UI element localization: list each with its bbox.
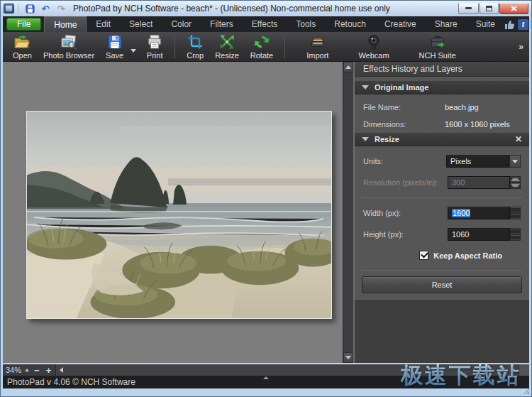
tab-home[interactable]: Home — [44, 16, 87, 32]
spin-down-button[interactable] — [510, 234, 521, 241]
tab-tools[interactable]: Tools — [287, 16, 325, 32]
scroll-down-button[interactable] — [343, 352, 353, 363]
zoom-out-button[interactable]: − — [33, 366, 41, 375]
photo-browser-button[interactable]: Photo Browser — [38, 33, 100, 61]
arrow-up-icon — [345, 65, 351, 69]
units-dropdown-button[interactable] — [509, 155, 521, 168]
resize-section-header[interactable]: Resize ✕ — [355, 132, 529, 146]
zoom-control: 34% − + — [3, 364, 56, 376]
quick-save-button[interactable] — [23, 3, 36, 15]
resize-grip[interactable] — [523, 388, 529, 394]
arrow-down-icon — [511, 236, 520, 239]
original-image-section-header[interactable]: Original Image — [355, 80, 529, 94]
minimize-button[interactable] — [458, 4, 479, 14]
units-field[interactable]: Pixels — [446, 155, 509, 168]
photo-beach[interactable] — [26, 111, 332, 319]
photopad-window: ↶ ↷ PhotoPad by NCH Software - beach* - … — [0, 0, 532, 397]
dimensions-value: 1600 x 1060 pixels — [445, 120, 510, 129]
spin-down-button[interactable] — [510, 213, 521, 219]
reset-button[interactable]: Reset — [362, 276, 522, 293]
beach-photo-rendering — [27, 112, 331, 318]
spin-up-button[interactable] — [510, 228, 521, 234]
open-button[interactable]: Open — [7, 33, 38, 61]
zoom-in-button[interactable]: + — [45, 366, 53, 375]
keep-aspect-checkbox[interactable] — [419, 251, 428, 260]
tab-label: Suite — [476, 19, 495, 29]
crop-button[interactable]: Crop — [181, 33, 209, 61]
zoom-level-value[interactable]: 34% — [6, 366, 21, 374]
width-row: Width (px): 1600 — [355, 207, 529, 219]
nch-suite-icon — [429, 33, 446, 50]
tab-edit[interactable]: Edit — [87, 16, 120, 32]
like-thumb-icon[interactable] — [504, 19, 516, 30]
import-button[interactable]: Import — [301, 33, 334, 61]
spin-up-button — [510, 176, 521, 183]
spin-up-button[interactable] — [510, 207, 521, 213]
ribbon-tab-bar: File Home Edit Select Color Filters Effe… — [3, 16, 529, 32]
overflow-chevrons: » — [519, 42, 523, 52]
resize-label: Resize — [215, 51, 239, 60]
tab-file[interactable]: File — [6, 18, 41, 31]
print-label: Print — [147, 51, 163, 60]
units-value: Pixels — [450, 157, 471, 165]
resize-button[interactable]: Resize — [209, 33, 245, 61]
chevron-down-icon — [131, 49, 136, 53]
toolbar-right-group: Import Webcam NCH Sui — [301, 33, 461, 61]
redo-button[interactable]: ↷ — [55, 3, 67, 15]
panel-header: Effects History and Layers — [355, 62, 529, 77]
image-canvas[interactable] — [3, 62, 343, 363]
rotate-button[interactable]: Rotate — [245, 33, 279, 61]
undo-button[interactable]: ↶ — [39, 3, 52, 15]
toolbar-overflow-button[interactable]: » — [519, 42, 525, 52]
units-dropdown[interactable]: Pixels — [446, 155, 521, 168]
zoom-menu-icon[interactable] — [25, 369, 29, 371]
scroll-left-button[interactable] — [56, 364, 67, 376]
title-bar[interactable]: ↶ ↷ PhotoPad by NCH Software - beach* - … — [1, 1, 531, 16]
import-label: Import — [306, 51, 328, 60]
dimensions-label: Dimensions: — [363, 120, 445, 129]
maximize-button[interactable] — [480, 4, 499, 14]
tab-effects[interactable]: Effects — [243, 16, 287, 32]
effects-history-panel: Effects History and Layers Original Imag… — [353, 62, 529, 363]
collapse-triangle-icon — [362, 85, 369, 89]
statusbar-collapse-handle[interactable] — [263, 376, 269, 379]
vertical-scrollbar[interactable] — [343, 62, 353, 363]
nch-suite-button[interactable]: NCH Suite — [414, 33, 462, 61]
width-stepper[interactable]: 1600 — [448, 207, 521, 219]
tab-select[interactable]: Select — [120, 16, 162, 32]
save-dropdown-button[interactable] — [129, 40, 139, 53]
close-icon — [511, 6, 517, 11]
width-field[interactable]: 1600 — [448, 207, 510, 219]
maximize-icon — [486, 6, 492, 11]
resize-title: Resize — [375, 135, 399, 143]
separator — [174, 35, 175, 59]
tab-color[interactable]: Color — [162, 16, 201, 32]
save-button[interactable]: Save — [100, 33, 129, 61]
nch-suite-label: NCH Suite — [419, 51, 456, 60]
social-links: f G+ in ? — [504, 16, 532, 32]
height-spinner[interactable] — [510, 228, 521, 241]
tab-label: Share — [435, 19, 458, 29]
arrow-down-icon — [511, 184, 520, 187]
scroll-up-button[interactable] — [343, 62, 353, 72]
tab-creative[interactable]: Creative — [375, 16, 426, 32]
keep-aspect-label: Keep Aspect Ratio — [433, 251, 502, 260]
keep-aspect-row[interactable]: Keep Aspect Ratio — [419, 251, 521, 260]
facebook-icon[interactable]: f — [518, 19, 528, 30]
height-stepper[interactable]: 1060 — [448, 228, 521, 241]
tab-filters[interactable]: Filters — [201, 16, 243, 32]
app-icon[interactable] — [4, 4, 14, 13]
height-field[interactable]: 1060 — [448, 228, 510, 241]
webcam-button[interactable]: Webcam — [353, 33, 394, 61]
width-spinner[interactable] — [510, 207, 521, 219]
tab-suite[interactable]: Suite — [467, 16, 504, 32]
print-button[interactable]: Print — [140, 33, 169, 61]
close-resize-button[interactable]: ✕ — [515, 134, 522, 144]
tab-retouch[interactable]: Retouch — [325, 16, 375, 32]
tab-share[interactable]: Share — [426, 16, 467, 32]
units-row: Units: Pixels — [355, 155, 529, 168]
site-watermark: 极速下载站 — [401, 361, 521, 391]
close-button[interactable] — [499, 4, 528, 14]
save-floppy-icon — [106, 33, 123, 50]
resolution-spinner — [510, 176, 521, 189]
